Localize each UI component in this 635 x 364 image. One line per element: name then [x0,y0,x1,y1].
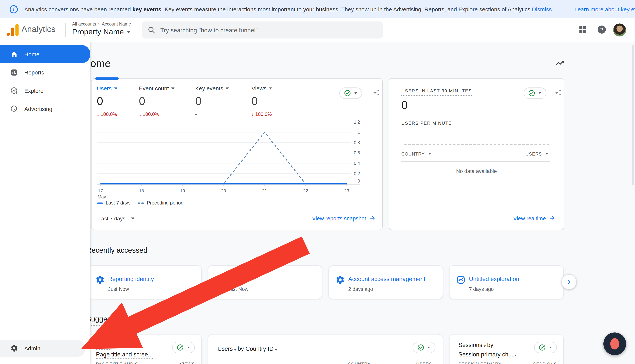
svg-text:19: 19 [180,188,185,193]
trending-icon [555,58,564,68]
data-quality-pill[interactable] [172,342,195,353]
sidebar-item-explore[interactable]: Explore [0,82,90,100]
metric-value: 0 [252,95,272,108]
gear-icon [95,275,105,284]
card-dimension[interactable]: Session primary ch... [458,351,513,358]
banner-message: Analytics conversions have been renamed … [24,6,532,12]
sidebar-item-admin[interactable]: Admin [0,340,86,357]
app-header: Analytics All accounts › Account Name Pr… [0,18,635,42]
breadcrumb-separator-icon: › [98,21,100,27]
legend-preceding-period: Preceding period [138,200,184,206]
divider [402,161,550,162]
app-name: Analytics [22,24,56,34]
date-range-selector[interactable]: Last 7 days [98,216,134,222]
chevron-down-icon [269,87,272,90]
recent-card-title: Account access management [348,276,426,282]
suggested-for-you-title: Suggested for you [86,315,145,324]
property-switcher[interactable]: All accounts › Account Name Property Nam… [72,21,131,36]
country-column-header[interactable]: COUNTRY [402,152,432,156]
legend-last-7-days: Last 7 days [97,200,130,206]
svg-text:22: 22 [303,188,308,193]
home-icon [10,50,18,58]
carousel-next-button[interactable] [562,274,576,289]
users-column-header[interactable]: USERS [526,152,549,156]
dismiss-button[interactable]: Dismiss [532,6,552,12]
chevron-down-icon [354,92,356,94]
metric-delta: ↓ 100.0% [252,111,272,117]
svg-text:0.8: 0.8 [354,140,360,145]
card-metric[interactable]: Users [218,346,233,352]
view-realtime-link[interactable]: View realtime [513,215,556,222]
svg-text:20: 20 [221,188,226,193]
card-metric[interactable]: Views [96,342,112,350]
data-quality-pill[interactable] [340,88,362,99]
insights-sparkle-icon[interactable] [371,88,380,98]
breadcrumb-account-name[interactable]: Account Name [102,22,131,26]
metric-users[interactable]: Users 0 ↓ 100.0% [97,85,117,117]
chevron-down-icon [131,218,134,220]
recent-card-account-access-management[interactable]: Account access management 2 days ago [328,265,443,299]
exploration-icon [456,275,466,284]
insights-icon[interactable] [555,58,564,68]
view-reports-snapshot-link[interactable]: View reports snapshot [312,215,376,222]
sidebar-item-reports[interactable]: Reports [0,63,90,81]
sidebar-item-label: Explore [24,87,44,94]
recent-card-reporting-identity[interactable]: Reporting identity Just Now [88,265,202,299]
scrollbar-thumb[interactable] [632,44,634,186]
learn-more-link[interactable]: Learn more about key events [574,6,635,12]
metric-delta: ↓ 100.0% [97,111,117,117]
chevron-down-icon [514,355,517,356]
metric-key-events[interactable]: Key events 0 - [195,85,229,117]
breadcrumb-all-accounts[interactable]: All accounts [72,22,96,26]
metric-label: Key events [195,85,223,92]
metric-views[interactable]: Views 0 ↓ 100.0% [252,85,272,117]
card-dimension[interactable]: Page title and scree... [96,351,153,359]
help-icon [597,25,607,34]
chevron-down-icon [234,349,236,351]
recent-card-admin[interactable]: Admin Just Now [208,265,322,299]
divider [65,23,66,37]
data-quality-pill[interactable] [524,88,546,99]
recently-accessed-title: Recently accessed [86,246,148,255]
metric-label: Users [97,85,112,92]
search-input[interactable] [160,26,378,33]
svg-text:18: 18 [139,188,144,193]
chevron-down-icon [187,346,189,348]
property-name: Property Name [72,28,124,36]
grid-icon [578,25,587,34]
search-bar[interactable] [142,22,383,38]
recent-card-time: Just Now [228,286,248,292]
ga-home-screen: ? Home Users 0 ↓ 100.0% Event count 0 ↓ … [0,0,635,364]
suggested-card-users-by-country[interactable]: Usersby Country ID COUNTRY USERS [208,334,443,364]
data-quality-pill[interactable] [413,342,436,353]
info-icon: i [10,5,18,13]
data-quality-pill[interactable] [534,342,557,353]
help-button[interactable] [597,25,607,34]
chat-fab[interactable] [604,332,626,355]
card-metric[interactable]: Sessions [458,342,482,348]
gear-icon [335,275,345,284]
sidebar-item-home[interactable]: Home [0,45,90,63]
apps-grid-button[interactable] [578,25,587,34]
active-tab-indicator [95,77,119,80]
recent-card-untitled-exploration[interactable]: Untitled exploration 7 days ago [449,265,564,299]
column-header: COUNTRY [348,361,370,364]
legend-dashed-swatch [138,202,144,203]
notification-banner: i Analytics conversions have been rename… [0,0,635,18]
avatar[interactable] [613,24,626,36]
check-circle-icon [344,90,351,97]
recent-card-time: 2 days ago [348,286,373,292]
insights-sparkle-icon[interactable] [553,88,562,98]
legend-solid-swatch [97,202,103,203]
recent-card-title: Admin [228,276,244,282]
chevron-down-icon [538,92,541,94]
svg-text:23: 23 [344,188,349,193]
metric-event-count[interactable]: Event count 0 ↓ 100.0% [139,85,174,117]
realtime-title: USERS IN LAST 30 MINUTES [402,88,472,96]
sidebar-item-label: Advertising [24,106,52,112]
sidebar-item-advertising[interactable]: Advertising [0,100,90,118]
card-dimension[interactable]: Country ID [246,346,274,352]
suggested-card-views-by-page-title[interactable]: Views by Page title and scree... PAGE TI… [88,334,202,364]
realtime-users-value: 0 [402,99,408,112]
suggested-card-sessions-by-channel[interactable]: Sessionsby Session primary ch... SESSION… [449,334,564,364]
